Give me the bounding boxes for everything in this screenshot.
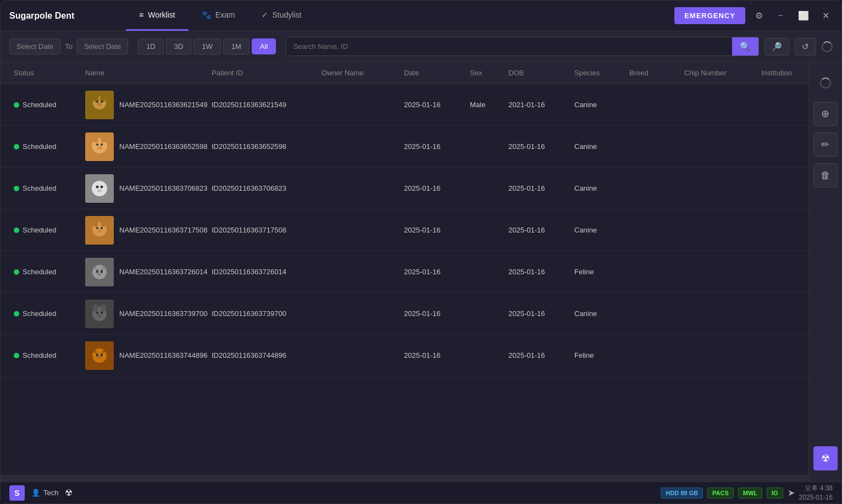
svg-point-11 [101, 136, 106, 143]
svg-point-24 [96, 227, 98, 229]
tab-worklist[interactable]: ≡ Worklist [126, 1, 189, 31]
col-sex: Sex [466, 62, 504, 84]
breed-cell-2 [625, 184, 680, 193]
patient-name-4: NAME20250116363726014 [119, 268, 207, 276]
breed-cell-6 [625, 351, 680, 360]
institution-cell-6 [757, 351, 800, 360]
maximize-icon[interactable]: ⬜ [795, 8, 812, 23]
tab-studylist[interactable]: ✓ Studylist [248, 1, 315, 31]
mwl-badge: MWL [738, 488, 762, 499]
svg-point-22 [93, 220, 98, 227]
table-row[interactable]: Scheduled NAME20250116363706823 ID202501… [1, 168, 808, 209]
date-from-button[interactable]: Select Date [9, 38, 60, 54]
edit-button[interactable]: ✏ [813, 132, 838, 157]
col-institution: Institution [757, 62, 800, 84]
table-row[interactable]: Scheduled NAME20250116363652598 ID202501… [1, 126, 808, 168]
svg-point-12 [96, 143, 98, 146]
dob-cell-1: 2025-01-16 [504, 138, 570, 155]
chip-number-cell-6 [680, 351, 757, 360]
filter-1w-button[interactable]: 1W [193, 38, 221, 54]
user-name-label: Tech [43, 489, 58, 497]
emergency-button[interactable]: EMERGENCY [674, 7, 745, 24]
status-cell-2: Scheduled [9, 180, 81, 197]
status-cell-5: Scheduled [9, 305, 81, 322]
status-text-1: Scheduled [23, 142, 56, 151]
dob-cell-5: 2025-01-16 [504, 305, 570, 322]
zoom-in-button[interactable]: 🔎 [765, 38, 789, 56]
tab-exam[interactable]: 🐾 Exam [189, 1, 248, 31]
species-cell-2: Canine [570, 180, 625, 197]
status-cell-1: Scheduled [9, 138, 81, 155]
breed-cell-0 [625, 101, 680, 109]
refresh-button[interactable]: ↺ [795, 38, 816, 56]
filter-3d-button[interactable]: 3D [166, 38, 192, 54]
table-row[interactable]: Scheduled NAME20250116363726014 ID202501… [1, 251, 808, 293]
tab-studylist-label: Studylist [273, 10, 302, 19]
owner-name-cell-0 [317, 101, 400, 109]
user-avatar-icon: 👤 [31, 489, 40, 497]
svg-point-5 [101, 101, 103, 103]
table-row[interactable]: Scheduled NAME20250116363621549 ID202501… [1, 84, 808, 126]
close-icon[interactable]: ✕ [819, 8, 833, 23]
time-display: 오후 4:38 [799, 484, 833, 493]
svg-point-46 [101, 353, 103, 357]
exam-icon: 🐾 [202, 10, 211, 19]
sex-cell-6 [466, 351, 504, 360]
svg-point-36 [93, 304, 98, 312]
filter-1m-button[interactable]: 1M [223, 38, 250, 54]
table-row[interactable]: Scheduled NAME20250116363744896 ID202501… [1, 335, 808, 376]
io-badge: IO [767, 488, 783, 499]
status-dot-4 [14, 269, 19, 275]
dob-cell-0: 2021-01-16 [504, 96, 570, 113]
date-display: 2025-01-16 [799, 493, 833, 502]
dob-cell-4: 2025-01-16 [504, 263, 570, 280]
date-from-label: Select Date [16, 42, 53, 51]
col-owner-name: Owner Name [317, 62, 400, 84]
pet-avatar-5 [85, 300, 114, 328]
svg-point-45 [96, 353, 98, 357]
sex-cell-3 [466, 226, 504, 235]
status-time: 오후 4:38 2025-01-16 [799, 484, 833, 502]
table-row[interactable]: Scheduled NAME20250116363717508 ID202501… [1, 209, 808, 251]
filter-all-button[interactable]: All [252, 38, 276, 54]
sex-cell-0: Male [466, 96, 504, 113]
user-info: 👤 Tech [31, 489, 58, 497]
col-name: Name [81, 62, 207, 84]
app-logo: S [9, 485, 25, 501]
name-cell-0: NAME20250116363621549 [81, 86, 207, 124]
species-cell-1: Canine [570, 138, 625, 155]
date-to-button[interactable]: Select Date [77, 38, 128, 54]
breed-cell-5 [625, 309, 680, 318]
minimize-icon[interactable]: － [773, 8, 788, 24]
sex-cell-2 [466, 184, 504, 193]
pet-avatar-1 [85, 132, 114, 161]
search-button[interactable]: 🔍 [732, 37, 758, 56]
svg-point-39 [101, 312, 103, 314]
owner-name-cell-4 [317, 268, 400, 276]
zoom-in-icon: 🔎 [772, 42, 782, 51]
app-window: Sugarpole Dent ≡ Worklist 🐾 Exam ✓ Study… [0, 0, 842, 504]
owner-name-cell-3 [317, 226, 400, 235]
horizontal-scrollbar[interactable] [1, 475, 808, 481]
svg-point-23 [101, 220, 106, 227]
tab-exam-label: Exam [215, 10, 235, 19]
radiation-button[interactable]: ☢ [813, 446, 838, 470]
institution-cell-3 [757, 226, 800, 235]
svg-point-16 [92, 181, 107, 196]
patient-name-5: NAME20250116363739700 [119, 309, 207, 318]
col-status: Status [9, 62, 81, 84]
svg-point-18 [101, 185, 103, 188]
name-cell-6: NAME20250116363744896 [81, 337, 207, 374]
institution-cell-5 [757, 309, 800, 318]
delete-button[interactable]: 🗑 [813, 163, 838, 187]
table-row[interactable]: Scheduled NAME20250116363739700 ID202501… [1, 293, 808, 335]
add-patient-button[interactable]: ⊕ [813, 102, 838, 126]
search-input[interactable] [286, 38, 732, 54]
settings-icon[interactable]: ⚙ [752, 8, 766, 23]
status-text-5: Scheduled [23, 309, 56, 318]
refresh-icon: ↺ [802, 42, 809, 51]
species-cell-5: Canine [570, 305, 625, 322]
send-icon[interactable]: ➤ [788, 488, 795, 498]
filter-1d-button[interactable]: 1D [138, 38, 164, 54]
col-patient-id: Patient ID [207, 62, 317, 84]
